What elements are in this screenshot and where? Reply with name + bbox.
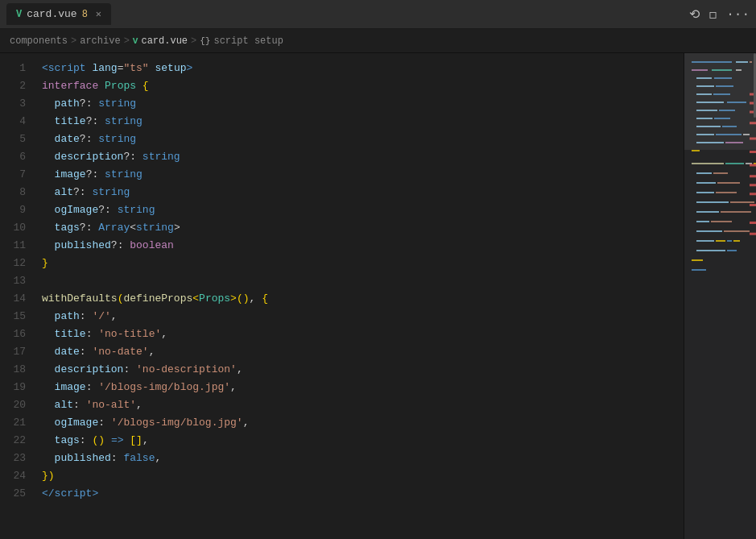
breadcrumb: components > archive > V card.vue > {} s… (0, 29, 756, 53)
table-row: }) (39, 467, 684, 485)
line-number: 22 (6, 432, 26, 450)
line-number: 18 (6, 361, 26, 379)
table-row: date?: string (39, 131, 684, 148)
breadcrumb-section: script setup (213, 35, 283, 47)
line-number: 9 (6, 201, 26, 219)
minimap[interactable] (684, 53, 756, 539)
more-actions-button[interactable]: ··· (726, 7, 750, 22)
line-number: 25 (6, 485, 26, 503)
table-row: title: 'no-title', (39, 325, 684, 343)
breadcrumb-sep-3: > (191, 35, 196, 47)
dirty-badge: 8 (82, 9, 88, 20)
table-row: description?: string (39, 148, 684, 166)
tab-card-vue[interactable]: V card.vue 8 ✕ (6, 3, 111, 25)
line-number: 8 (6, 184, 26, 201)
line-number: 12 (6, 255, 26, 272)
code-area[interactable]: 1234567891011121314151617181920212223242… (0, 53, 684, 539)
breadcrumb-section-icon: {} (200, 36, 210, 46)
breadcrumb-vue-icon: V (133, 36, 138, 46)
table-row: withDefaults(defineProps<Props>(), { (39, 290, 684, 308)
table-row: title?: string (39, 113, 684, 131)
line-number: 6 (6, 148, 26, 166)
line-number: 14 (6, 290, 26, 308)
line-number: 2 (6, 77, 26, 95)
line-number: 16 (6, 325, 26, 343)
table-row: tags?: Array<string> (39, 219, 684, 237)
split-editor-button[interactable]: ◻ (709, 6, 717, 23)
line-number: 1 (6, 60, 26, 77)
table-row: <script lang="ts" setup> (39, 60, 684, 77)
table-row: </script> (39, 485, 684, 503)
line-number: 24 (6, 467, 26, 485)
table-row: ogImage: '/blogs-img/blog.jpg', (39, 414, 684, 432)
line-number: 21 (6, 414, 26, 432)
line-number: 10 (6, 219, 26, 237)
line-number: 20 (6, 396, 26, 414)
line-number: 7 (6, 166, 26, 184)
table-row: path: '/', (39, 308, 684, 325)
table-row: ogImage?: string (39, 201, 684, 219)
line-number: 4 (6, 113, 26, 131)
table-row: } (39, 255, 684, 272)
editor-container: 1234567891011121314151617181920212223242… (0, 53, 756, 539)
table-row: description: 'no-description', (39, 361, 684, 379)
line-number: 17 (6, 343, 26, 361)
line-number: 23 (6, 450, 26, 467)
line-number: 11 (6, 237, 26, 255)
line-number: 19 (6, 379, 26, 396)
line-numbers: 1234567891011121314151617181920212223242… (0, 53, 39, 539)
line-number: 13 (6, 272, 26, 290)
breadcrumb-components[interactable]: components (10, 35, 68, 47)
table-row: image?: string (39, 166, 684, 184)
table-row: published: false, (39, 450, 684, 467)
table-row: image: '/blogs-img/blog.jpg', (39, 379, 684, 396)
breadcrumb-sep-2: > (124, 35, 130, 47)
table-row: tags: () => [], (39, 432, 684, 450)
code-content[interactable]: <script lang="ts" setup>interface Props … (39, 53, 684, 539)
minimap-highlight (684, 53, 756, 150)
breadcrumb-file[interactable]: card.vue (141, 35, 188, 47)
close-tab-button[interactable]: ✕ (96, 8, 101, 20)
title-bar: V card.vue 8 ✕ ⟲ ◻ ··· (0, 0, 756, 29)
breadcrumb-archive[interactable]: archive (80, 35, 120, 47)
table-row: interface Props { (39, 77, 684, 95)
title-bar-actions: ⟲ ◻ ··· (689, 6, 750, 23)
tab-label: card.vue (27, 8, 76, 20)
line-number: 5 (6, 131, 26, 148)
history-button[interactable]: ⟲ (689, 6, 700, 23)
table-row: alt: 'no-alt', (39, 396, 684, 414)
table-row: published?: boolean (39, 237, 684, 255)
table-row: path?: string (39, 95, 684, 113)
table-row (39, 272, 684, 290)
line-number: 15 (6, 308, 26, 325)
line-number: 3 (6, 95, 26, 113)
vue-icon: V (16, 9, 22, 20)
table-row: alt?: string (39, 184, 684, 201)
breadcrumb-sep-1: > (71, 35, 76, 47)
table-row: date: 'no-date', (39, 343, 684, 361)
